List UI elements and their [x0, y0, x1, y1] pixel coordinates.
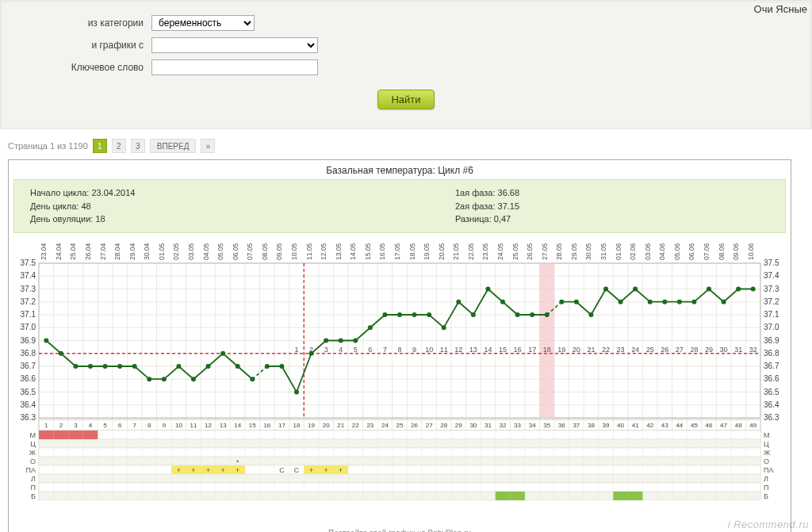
svg-point-135 [545, 312, 550, 317]
svg-rect-324 [39, 431, 760, 439]
svg-text:О: О [764, 457, 769, 465]
svg-text:С: С [279, 465, 285, 473]
svg-text:36.7: 36.7 [764, 362, 779, 370]
svg-rect-775 [613, 492, 628, 500]
svg-text:5: 5 [354, 345, 358, 353]
pagination-info: Страница 1 из 1190 [8, 141, 88, 151]
svg-point-106 [117, 364, 122, 369]
svg-point-136 [559, 299, 564, 304]
svg-text:37: 37 [573, 422, 580, 429]
svg-text:37.1: 37.1 [21, 310, 36, 319]
svg-text:37.1: 37.1 [764, 310, 779, 319]
svg-text:21: 21 [587, 345, 595, 353]
svg-point-129 [456, 299, 461, 304]
svg-text:30.04: 30.04 [143, 243, 151, 260]
svg-text:47: 47 [720, 422, 727, 429]
svg-text:36.8: 36.8 [21, 348, 36, 357]
svg-text:02.06: 02.06 [629, 243, 637, 260]
svg-point-109 [162, 377, 167, 381]
svg-text:25: 25 [396, 422, 404, 429]
chart-footer-note: Постройте свой график на BabyPlan.ru [13, 526, 786, 533]
svg-text:ПА: ПА [26, 465, 36, 473]
svg-point-116 [265, 364, 270, 369]
svg-text:25.04: 25.04 [69, 243, 77, 260]
svg-text:24: 24 [631, 345, 639, 353]
svg-text:18: 18 [293, 422, 301, 429]
svg-text:36.5: 36.5 [21, 387, 36, 396]
svg-text:26: 26 [661, 345, 668, 353]
svg-text:21.05: 21.05 [452, 243, 460, 260]
svg-text:40: 40 [617, 422, 624, 429]
svg-text:36.5: 36.5 [764, 387, 779, 396]
svg-text:06.06: 06.06 [688, 243, 695, 260]
svg-point-102 [59, 350, 63, 355]
svg-text:37.3: 37.3 [21, 284, 36, 293]
svg-text:15.05: 15.05 [364, 243, 372, 260]
svg-text:28: 28 [690, 345, 698, 353]
svg-point-138 [588, 312, 593, 317]
svg-text:23.05: 23.05 [481, 243, 489, 260]
svg-text:Б: Б [31, 492, 36, 499]
svg-text:38: 38 [588, 422, 595, 429]
svg-text:Л: Л [764, 474, 768, 482]
svg-text:+: + [324, 465, 328, 473]
svg-text:07.06: 07.06 [703, 243, 710, 260]
svg-text:43: 43 [661, 422, 668, 429]
svg-text:18: 18 [543, 345, 551, 353]
phase2-avg: 2ая фаза: 37.15 [455, 200, 769, 213]
svg-text:17: 17 [528, 345, 536, 353]
svg-text:+: + [309, 465, 313, 473]
category-select[interactable]: беременность [151, 15, 255, 31]
svg-point-137 [574, 299, 579, 304]
svg-text:27: 27 [426, 422, 433, 429]
page-next[interactable]: ВПЕРЕД [150, 139, 197, 153]
svg-text:04.06: 04.06 [658, 243, 666, 260]
page-1[interactable]: 1 [93, 139, 107, 153]
svg-text:37.2: 37.2 [764, 297, 779, 305]
svg-point-130 [471, 312, 476, 317]
svg-text:12: 12 [205, 422, 212, 429]
svg-text:1: 1 [294, 345, 298, 353]
svg-text:48: 48 [735, 422, 742, 429]
page-2[interactable]: 2 [112, 139, 126, 153]
svg-point-122 [353, 338, 358, 343]
svg-text:31.05: 31.05 [599, 243, 607, 260]
username-label: Очи Ясные [754, 3, 807, 15]
page-last[interactable]: » [201, 139, 215, 153]
svg-text:14: 14 [234, 422, 241, 429]
svg-text:8: 8 [397, 345, 401, 353]
svg-point-131 [485, 286, 490, 291]
svg-point-147 [722, 299, 726, 304]
svg-text:31: 31 [734, 345, 742, 353]
svg-point-117 [279, 364, 284, 369]
svg-text:28.04: 28.04 [113, 243, 121, 260]
svg-text:19.05: 19.05 [423, 243, 431, 260]
search-form-panel: из категории беременность и графики с Кл… [0, 0, 812, 129]
svg-text:27: 27 [676, 345, 684, 353]
graphs-with-select[interactable] [151, 37, 318, 53]
svg-point-114 [236, 364, 240, 369]
svg-point-121 [339, 338, 343, 343]
svg-text:32: 32 [500, 422, 507, 429]
keyword-input[interactable] [151, 59, 318, 75]
svg-rect-749 [54, 431, 69, 439]
svg-text:07.05: 07.05 [246, 243, 254, 260]
svg-text:36.7: 36.7 [21, 362, 36, 370]
find-button[interactable]: Найти [377, 90, 434, 109]
svg-text:19: 19 [557, 345, 565, 353]
svg-text:Б: Б [764, 492, 768, 499]
page-3[interactable]: 3 [131, 139, 145, 153]
svg-rect-774 [510, 492, 525, 500]
svg-text:20.05: 20.05 [438, 243, 446, 260]
svg-text:25.05: 25.05 [511, 243, 519, 260]
svg-text:М: М [764, 431, 770, 438]
svg-text:11.05: 11.05 [305, 243, 313, 260]
svg-point-120 [324, 338, 328, 343]
svg-text:36: 36 [558, 422, 565, 429]
svg-text:37.0: 37.0 [21, 323, 36, 331]
category-label: из категории [56, 17, 151, 29]
svg-text:9: 9 [163, 422, 167, 429]
svg-point-140 [619, 299, 623, 304]
chart-title: Базальная температура: Цикл #6 [13, 165, 786, 176]
svg-text:29: 29 [705, 345, 713, 353]
